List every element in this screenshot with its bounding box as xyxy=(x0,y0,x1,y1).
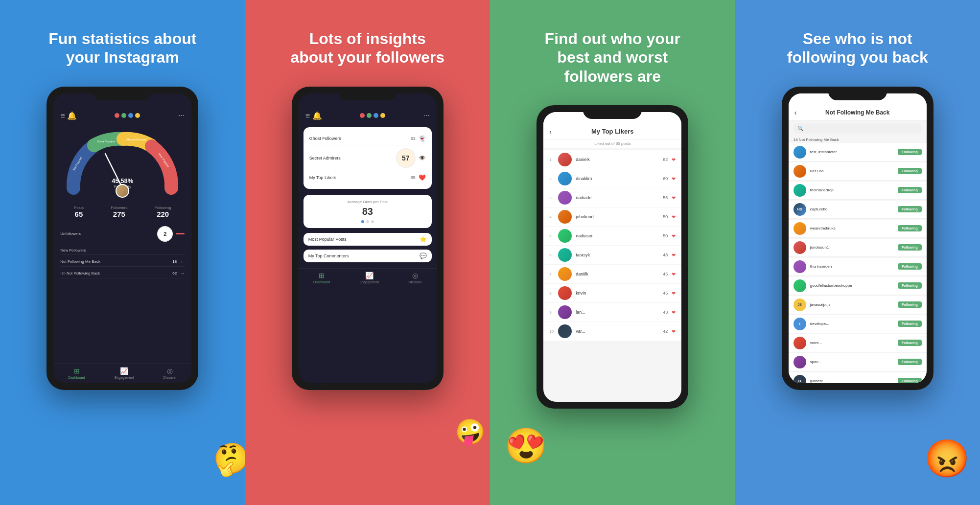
notch-4 xyxy=(828,87,887,100)
average-likes-card: Average Likes per Post 83 xyxy=(303,195,432,228)
top-commenters-section[interactable]: My Top Commenters 💬 xyxy=(303,250,432,262)
popular-posts-section[interactable]: Most Popular Posts ⭐ xyxy=(303,233,432,246)
heart-10: ❤ xyxy=(672,329,676,334)
heart-9: ❤ xyxy=(672,310,676,315)
nfb-row: theinsidedrop Following xyxy=(789,182,927,200)
followers-stat: Followers 275 xyxy=(111,206,127,218)
logo-dot-y2 xyxy=(380,113,385,118)
nfb-row: HD capturehd Following xyxy=(789,201,927,219)
notch-2 xyxy=(338,87,397,100)
liker-avatar-10 xyxy=(558,324,572,338)
eye-icon: 👁️ xyxy=(419,155,426,161)
nfb-row: goodfellasbarbershoppe Following xyxy=(789,277,927,295)
not-following-metric: Not Following Me Back 18 ← xyxy=(60,257,185,267)
liker-row: 4 johnkond 50 ❤ xyxy=(543,207,681,226)
nfb-avatar-10: › xyxy=(793,318,806,330)
dot-2 xyxy=(366,220,369,223)
following-btn-7[interactable]: Following xyxy=(898,263,922,270)
nfb-avatar-7 xyxy=(793,260,806,273)
logo-dot-y xyxy=(135,113,140,118)
im-not-following-metric: I'm Not Following Back 62 → xyxy=(60,269,185,278)
nfb-avatar-3 xyxy=(793,184,806,197)
svg-text:Sorta Popular: Sorta Popular xyxy=(97,140,115,143)
metrics-list: Unfollowers 2 New Followers xyxy=(53,221,191,281)
following-btn-10[interactable]: Following xyxy=(898,321,922,327)
following-btn-11[interactable]: Following xyxy=(898,340,922,346)
liker-avatar-7 xyxy=(558,267,572,281)
emoji-heart-eyes: 😍 xyxy=(505,426,547,466)
logo-dot-g2 xyxy=(367,113,372,118)
ghost-followers-row: Ghost Followers 63 👻 xyxy=(309,132,426,145)
unfollowers-metric: Unfollowers 2 xyxy=(60,224,185,244)
liker-avatar-5 xyxy=(558,229,572,243)
screen-4: ‹ Not Following Me Back 🔍 18 Not Followi… xyxy=(789,93,927,383)
bottom-nav-2: ⊞ Dashboard 📈 Engagement ◎ Discover xyxy=(299,268,437,288)
heart-3: ❤ xyxy=(672,195,676,201)
heart-6: ❤ xyxy=(672,252,676,258)
nav-dashboard-2[interactable]: ⊞ Dashboard xyxy=(313,272,330,284)
heart-5: ❤ xyxy=(672,233,676,239)
svg-text:Above Average: Above Average xyxy=(126,138,146,141)
star-icon: ⭐ xyxy=(420,236,427,243)
emoji-crazy: 🤪 xyxy=(452,415,487,449)
liker-row: 9 lan... 43 ❤ xyxy=(543,303,681,321)
comment-icon: 💬 xyxy=(420,252,427,259)
arrow-left-icon: ← xyxy=(180,259,185,264)
phone-2: ≡ 🔔 ··· Ghost Followers 63 xyxy=(292,87,443,390)
following-btn-9[interactable]: Following xyxy=(898,301,922,308)
back-button-3[interactable]: ‹ xyxy=(549,128,552,136)
phone-1: ≡ 🔔 ··· xyxy=(47,87,198,390)
nav-engagement-2[interactable]: 📈 Engagement xyxy=(359,272,379,284)
following-btn-6[interactable]: Following xyxy=(898,244,922,251)
following-btn-13[interactable]: Following xyxy=(898,378,922,383)
nav-dashboard[interactable]: ⊞ Dashboard xyxy=(68,367,85,379)
heart-8: ❤ xyxy=(672,291,676,296)
nfb-row: JS javascript.js Following xyxy=(789,296,927,314)
following-btn-12[interactable]: Following xyxy=(898,359,922,365)
heart-4: ❤ xyxy=(672,214,676,220)
search-icon: 🔍 xyxy=(797,126,803,131)
notch-3 xyxy=(583,105,642,119)
following-btn-4[interactable]: Following xyxy=(898,206,922,212)
logo-dot-r2 xyxy=(360,113,365,118)
unfollowers-dash xyxy=(176,233,185,234)
following-btn-3[interactable]: Following xyxy=(898,187,922,193)
nfb-avatar-2 xyxy=(793,165,806,178)
search-bar[interactable]: 🔍 xyxy=(793,123,922,134)
nfb-avatar-9: JS xyxy=(793,298,806,311)
panel-1-title: Fun statistics about your Instagram xyxy=(44,29,201,67)
nfb-row: thurinserden Following xyxy=(789,258,927,276)
following-btn-1[interactable]: Following xyxy=(898,149,922,155)
liker-avatar-2 xyxy=(558,172,572,185)
nav-engagement[interactable]: 📈 Engagement xyxy=(115,367,134,379)
bottom-nav-1: ⊞ Dashboard 📈 Engagement ◎ Discover xyxy=(53,364,191,383)
following-btn-5[interactable]: Following xyxy=(898,225,922,231)
notch-1 xyxy=(93,87,152,100)
gauge-chart: Not Popular Sorta Popular Above Average … xyxy=(58,124,187,203)
nfb-avatar-1 xyxy=(793,146,806,159)
top-likers-subtitle: Liked out of 65 posts xyxy=(543,139,681,148)
panel-4-title: See who is not following you back xyxy=(779,29,936,67)
nav-discover-2[interactable]: ◎ Discover xyxy=(408,272,421,284)
nav-discover[interactable]: ◎ Discover xyxy=(163,367,177,379)
nfb-row: wearethekruks Following xyxy=(789,220,927,238)
nfb-avatar-5 xyxy=(793,222,806,235)
unfollowers-badge: 2 xyxy=(157,226,173,242)
following-stat: Following 220 xyxy=(155,206,171,218)
liker-avatar-4 xyxy=(558,210,572,224)
nfb-avatar-11 xyxy=(793,337,806,349)
back-button-4[interactable]: ‹ xyxy=(794,109,797,116)
liker-row: 6 tarasyk 48 ❤ xyxy=(543,246,681,264)
screen-2: ≡ 🔔 ··· Ghost Followers 63 xyxy=(299,93,437,383)
logo-dot-b xyxy=(128,113,133,118)
panel-3: Find out who your best and worst followe… xyxy=(490,0,735,505)
nfb-avatar-4: HD xyxy=(793,203,806,216)
menu-icon: ≡ 🔔 xyxy=(60,111,77,120)
nfb-row: spac... Following xyxy=(789,353,927,371)
nfb-avatar-13: B xyxy=(793,375,806,383)
dot-3 xyxy=(371,220,374,223)
following-btn-8[interactable]: Following xyxy=(898,282,922,289)
following-btn-2[interactable]: Following xyxy=(898,168,922,174)
nfb-avatar-6 xyxy=(793,241,806,254)
heart-7: ❤ xyxy=(672,272,676,277)
